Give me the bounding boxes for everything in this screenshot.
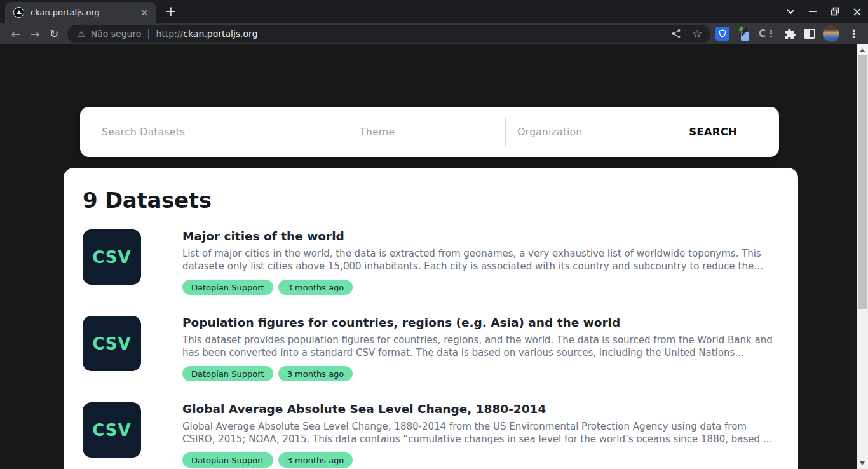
scrollbar-up-arrow-icon[interactable] <box>860 48 865 52</box>
dataset-description: Global Average Absolute Sea Level Change… <box>182 420 776 445</box>
url-scheme: http:// <box>156 29 183 39</box>
extensions-puzzle-icon[interactable] <box>784 28 796 40</box>
tab-strip: ckan.portaljs.org × + × <box>0 0 868 23</box>
updated-badge: 3 months ago <box>278 366 353 381</box>
dataset-title-link[interactable]: Population figures for countries, region… <box>182 316 776 329</box>
page-body: SEARCH 9 Datasets CSV Major cities of th… <box>0 44 857 469</box>
not-secure-warning-icon[interactable]: ⚠ <box>78 29 85 39</box>
tab-close-icon[interactable]: × <box>139 8 150 18</box>
new-tab-button[interactable]: + <box>165 3 177 20</box>
security-label: Não seguro <box>91 29 142 39</box>
dataset-row: CSV Major cities of the world List of ma… <box>83 229 776 295</box>
results-heading: 9 Datasets <box>83 187 776 213</box>
browser-tab[interactable]: ckan.portaljs.org × <box>5 2 156 23</box>
tab-search-chevron-icon[interactable] <box>786 7 795 16</box>
dataset-row: CSV Global Average Absolute Sea Level Ch… <box>83 402 776 468</box>
csv-format-tile[interactable]: CSV <box>83 316 141 371</box>
browser-toolbar: ← → ↻ ⚠ Não seguro http:// ckan.portaljs… <box>0 23 868 44</box>
csv-format-tile[interactable]: CSV <box>83 402 141 458</box>
theme-input[interactable] <box>348 126 505 138</box>
search-button[interactable]: SEARCH <box>684 126 779 138</box>
eyedropper-extension-icon[interactable] <box>737 27 751 41</box>
address-bar[interactable]: ⚠ Não seguro http:// ckan.portaljs.org ☆ <box>67 25 710 43</box>
browser-menu-icon[interactable]: ⋮ <box>848 27 859 40</box>
dataset-description: This dataset provides population figures… <box>182 334 776 359</box>
org-badge: Datopian Support <box>182 280 273 295</box>
dataset-description: List of major cities in the world, the d… <box>182 247 776 273</box>
org-badge: Datopian Support <box>182 452 273 468</box>
search-datasets-input[interactable] <box>80 126 348 138</box>
url-domain: ckan.portaljs.org <box>183 29 257 39</box>
results-card: 9 Datasets CSV Major cities of the world… <box>64 168 798 469</box>
url-divider <box>148 29 149 39</box>
profile-avatar[interactable] <box>823 25 839 42</box>
reload-button[interactable]: ↻ <box>44 27 64 40</box>
portaljs-favicon-icon <box>13 7 24 18</box>
colorzilla-extension-icon[interactable]: C⋮ <box>759 28 776 39</box>
forward-button[interactable]: → <box>25 27 44 41</box>
org-badge: Datopian Support <box>182 366 273 381</box>
side-panel-icon[interactable] <box>804 29 815 39</box>
dataset-row: CSV Population figures for countries, re… <box>83 316 776 381</box>
updated-badge: 3 months ago <box>278 280 353 295</box>
page-scrollbar[interactable] <box>857 44 868 469</box>
csv-format-tile[interactable]: CSV <box>83 229 141 285</box>
dataset-title-link[interactable]: Major cities of the world <box>182 229 776 243</box>
bitwarden-extension-icon[interactable] <box>715 27 729 41</box>
share-icon[interactable] <box>671 29 681 39</box>
organization-input[interactable] <box>506 126 684 138</box>
back-button[interactable]: ← <box>6 27 25 41</box>
updated-badge: 3 months ago <box>278 452 353 468</box>
window-minimize-button[interactable] <box>808 7 817 16</box>
tab-title: ckan.portaljs.org <box>31 8 139 17</box>
window-close-button[interactable]: × <box>853 7 862 16</box>
scrollbar-down-arrow-icon[interactable] <box>860 461 865 465</box>
window-restore-button[interactable] <box>831 7 839 16</box>
search-card: SEARCH <box>80 107 779 157</box>
dataset-title-link[interactable]: Global Average Absolute Sea Level Change… <box>182 402 776 416</box>
bookmark-star-icon[interactable]: ☆ <box>693 27 702 40</box>
scrollbar-thumb[interactable] <box>858 55 867 309</box>
